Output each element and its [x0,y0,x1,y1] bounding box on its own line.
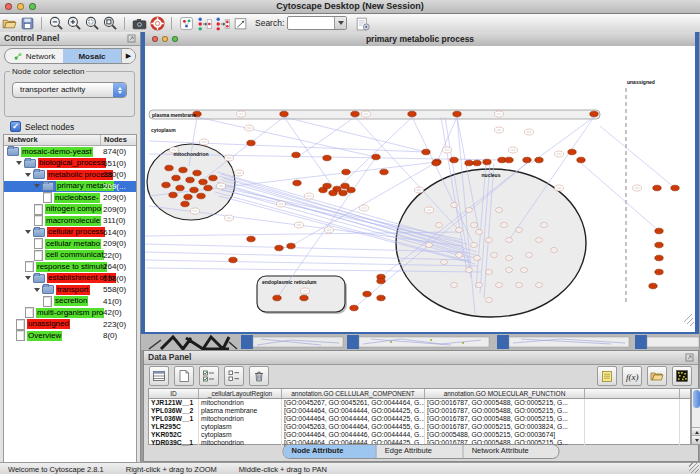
search-input[interactable] [287,16,347,30]
formula-fx-icon[interactable]: f(x) [622,366,642,386]
file-icon [34,250,43,261]
node-count: 874(0) [103,147,126,156]
background-windows-strip[interactable] [141,334,699,350]
table-row[interactable]: YPL036W__2plasma membrane[GO:0044464, GO… [149,407,690,415]
network-name-chip: mosaic-demo-yeast [21,147,93,157]
tree-row[interactable]: macromolecule311(0) [4,215,136,227]
float-panel-icon[interactable] [684,352,695,363]
zoom-fit-icon[interactable] [101,15,119,31]
tree-row[interactable]: cellular metabo209(0) [4,238,136,250]
data-panel-left-icons [144,366,269,386]
zoom-out-icon[interactable] [47,15,65,31]
import-folder-icon[interactable] [647,366,667,386]
expand-arrow-icon[interactable] [34,288,40,292]
snapshot-icon[interactable] [130,15,148,31]
scrollbar-thumb[interactable] [693,390,700,408]
network-name-chip: multi-organism pro [36,308,104,318]
node-color-dropdown[interactable]: transporter activity [12,82,127,98]
tree-row[interactable]: Overview8(0) [4,330,136,342]
table-cell [585,423,680,431]
table-cell: [GO:0016787, GO:0005488, GO:0005215, G..… [425,415,585,423]
network-name-chip: unassigned [27,319,70,329]
scroll-down-icon[interactable] [692,435,700,444]
annotation-icon[interactable] [231,15,249,31]
table-row[interactable]: YLR295Ccytoplasm[GO:0045263, GO:0044464,… [149,423,690,431]
expand-arrow-icon[interactable] [25,276,31,280]
select-attributes-icon[interactable] [199,366,219,386]
node-count: 8(0) [103,331,117,340]
search-dropdown-icon[interactable] [334,17,346,29]
tree-row[interactable]: response to stimulu264(0) [4,261,136,273]
svg-text:plasma membrane: plasma membrane [152,112,196,118]
table-row[interactable]: YJR121W__1mitochondrion[GO:0045267, GO:0… [149,399,690,407]
tree-row[interactable]: multi-organism pro42(0) [4,307,136,319]
column-header[interactable] [585,389,680,398]
help-icon[interactable] [148,15,166,31]
tab-mosaic[interactable]: Mosaic [63,49,121,63]
tab-node-attribute-browser[interactable]: Node Attribute Browser [284,445,377,458]
tree-col-network[interactable]: Network [8,135,38,144]
tree-row[interactable]: metabolic process280(0) [4,169,136,181]
table-cell: [GO:0045263, GO:0044464, GO:0044455, G..… [282,423,425,431]
tab-network[interactable]: Network [5,49,63,63]
tree-row[interactable]: transport558(0) [4,284,136,296]
tab-edge-attribute-browser[interactable]: Edge Attribute Browser [377,445,464,458]
vizmapper-icon[interactable] [195,15,213,31]
unselect-attributes-icon[interactable] [224,366,244,386]
expand-arrow-icon[interactable] [25,230,31,234]
float-panel-icon[interactable] [126,33,137,44]
network-canvas[interactable]: plasma membranecytoplasmmitochondrionnuc… [145,46,695,332]
tree-row[interactable]: primary metabo209(... [4,181,136,193]
table-scrollbar[interactable] [691,388,700,445]
resize-grip[interactable] [689,463,699,473]
attribute-table-icon[interactable] [149,366,169,386]
table-row[interactable]: YPL036W__1mitochondrion[GO:0044464, GO:0… [149,415,690,423]
save-icon[interactable] [18,15,36,31]
tree-row[interactable]: nucleobase-209(0) [4,192,136,204]
table-cell: YDR039C__1 [149,439,199,447]
file-icon [16,330,25,341]
tree-row[interactable]: mosaic-demo-yeast874(0) [4,146,136,158]
table-row[interactable]: YKR052Ccytoplasm[GO:0044464, GO:0044446,… [149,431,690,439]
network-overview-icon[interactable] [177,15,195,31]
table-cell: [GO:0044464, GO:0044444, GO:0044425, G..… [282,415,425,423]
folder-icon [42,285,54,294]
select-nodes-checkbox[interactable]: ✓ [10,121,21,132]
node-count: 280(0) [103,170,126,179]
network-window-titlebar[interactable]: primary metabolic process [145,32,695,47]
tree-row[interactable]: secretion41(0) [4,296,136,308]
table-cell: mitochondrion [199,415,282,423]
tree-row[interactable]: cell communicat22(0) [4,250,136,262]
table-cell: YPL036W__2 [149,407,199,415]
tree-row[interactable]: cellular process614(0) [4,227,136,239]
zoom-in-icon[interactable] [65,15,83,31]
column-header[interactable]: annotation.GO MOLECULAR_FUNCTION [425,389,585,398]
tab-overflow-arrow-icon[interactable]: ▶ [121,49,135,63]
tree-row[interactable]: establishment of lo558(0) [4,273,136,285]
tree-row[interactable]: nitrogen compo209(0) [4,204,136,216]
new-attribute-icon[interactable] [174,366,194,386]
svg-text:unassigned: unassigned [627,79,655,85]
column-header[interactable]: ID [149,389,199,398]
column-header[interactable]: annotation.GO CELLULAR_COMPONENT [282,389,425,398]
filter-icon[interactable] [213,15,231,31]
tree-col-nodes[interactable]: Nodes [104,135,127,144]
expand-arrow-icon[interactable] [16,161,22,165]
tree-row[interactable]: biological_process651(0) [4,158,136,170]
delete-attribute-icon[interactable] [249,366,269,386]
attribute-table[interactable]: ID_cellularLayoutRegionannotation.GO CEL… [148,388,691,445]
open-icon[interactable] [0,15,18,31]
notes-icon[interactable] [597,366,617,386]
network-name-chip: transport [56,285,90,295]
expand-arrow-icon[interactable] [25,173,31,177]
zoom-selected-icon[interactable] [83,15,101,31]
session-note-icon[interactable] [353,15,371,31]
column-header[interactable]: _cellularLayoutRegion [199,389,282,398]
expand-arrow-icon[interactable] [34,184,40,188]
tree-row[interactable]: unassigned223(0) [4,319,136,331]
tab-network-attribute-browser[interactable]: Network Attribute Browser [464,445,559,458]
svg-text:endoplasmic reticulum: endoplasmic reticulum [262,279,317,285]
group-label: Node color selection [10,67,86,76]
attribute-table-header[interactable]: ID_cellularLayoutRegionannotation.GO CEL… [149,389,690,399]
matrix-heatmap-icon[interactable] [672,366,692,386]
